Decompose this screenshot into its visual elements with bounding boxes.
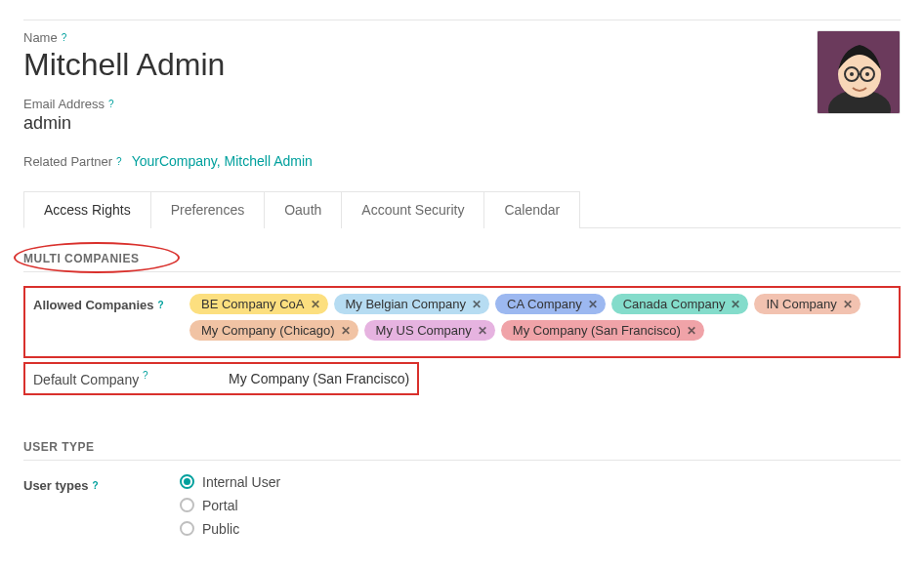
radio-icon xyxy=(180,498,194,512)
company-tag[interactable]: My Company (San Francisco)✕ xyxy=(501,320,704,341)
section-multi-companies: MULTI COMPANIES xyxy=(23,252,901,272)
tab-preferences[interactable]: Preferences xyxy=(150,191,265,228)
svg-point-7 xyxy=(865,72,869,76)
radio-internal-user[interactable]: Internal User xyxy=(180,474,280,490)
user-types-label: User types ? xyxy=(23,474,180,493)
remove-tag-icon[interactable]: ✕ xyxy=(311,298,320,311)
annotation-box-allowed: Allowed Companies ? BE Company CoA✕ My B… xyxy=(23,286,901,358)
remove-tag-icon[interactable]: ✕ xyxy=(843,298,853,311)
default-company-label: Default Company ? xyxy=(33,370,189,387)
name-value[interactable]: Mitchell Admin xyxy=(23,47,797,83)
help-icon[interactable]: ? xyxy=(62,32,67,43)
remove-tag-icon[interactable]: ✕ xyxy=(687,324,696,338)
avatar[interactable] xyxy=(817,30,901,114)
company-tag[interactable]: My Belgian Company✕ xyxy=(334,294,490,314)
tab-oauth[interactable]: Oauth xyxy=(264,191,342,228)
tabs: Access Rights Preferences Oauth Account … xyxy=(23,190,901,228)
radio-portal[interactable]: Portal xyxy=(180,498,280,513)
company-tag[interactable]: Canada Company✕ xyxy=(611,294,749,314)
tab-calendar[interactable]: Calendar xyxy=(483,191,580,228)
allowed-companies-label: Allowed Companies ? xyxy=(33,294,189,312)
svg-point-6 xyxy=(850,72,854,76)
radio-public[interactable]: Public xyxy=(180,521,280,537)
radio-icon xyxy=(180,521,194,536)
remove-tag-icon[interactable]: ✕ xyxy=(472,298,482,311)
remove-tag-icon[interactable]: ✕ xyxy=(478,324,487,338)
email-label: Email Address ? xyxy=(23,97,797,111)
help-icon[interactable]: ? xyxy=(116,156,122,167)
allowed-companies-tags[interactable]: BE Company CoA✕ My Belgian Company✕ CA C… xyxy=(189,294,891,341)
radio-icon xyxy=(180,474,194,489)
default-company-value[interactable]: My Company (San Francisco) xyxy=(229,371,409,386)
related-partner-link[interactable]: YourCompany, Mitchell Admin xyxy=(132,153,313,169)
name-label: Name ? xyxy=(23,30,797,45)
company-tag[interactable]: IN Company✕ xyxy=(754,294,860,314)
tab-account-security[interactable]: Account Security xyxy=(341,191,484,228)
company-tag[interactable]: BE Company CoA✕ xyxy=(189,294,328,314)
help-icon[interactable]: ? xyxy=(92,480,98,491)
company-tag[interactable]: CA Company✕ xyxy=(495,294,606,314)
remove-tag-icon[interactable]: ✕ xyxy=(588,298,598,311)
help-icon[interactable]: ? xyxy=(158,300,164,310)
company-tag[interactable]: My US Company✕ xyxy=(364,320,495,341)
remove-tag-icon[interactable]: ✕ xyxy=(341,324,351,338)
company-tag[interactable]: My Company (Chicago)✕ xyxy=(189,320,358,341)
email-value[interactable]: admin xyxy=(23,113,797,134)
tab-access-rights[interactable]: Access Rights xyxy=(23,191,151,228)
section-user-type: USER TYPE xyxy=(23,440,901,461)
related-partner-label: Related Partner ? xyxy=(23,154,122,169)
remove-tag-icon[interactable]: ✕ xyxy=(731,298,740,311)
annotation-box-default: Default Company ? My Company (San Franci… xyxy=(23,362,419,395)
help-icon[interactable]: ? xyxy=(143,370,148,381)
help-icon[interactable]: ? xyxy=(108,99,114,109)
user-types-radio-group: Internal User Portal Public xyxy=(180,474,280,537)
